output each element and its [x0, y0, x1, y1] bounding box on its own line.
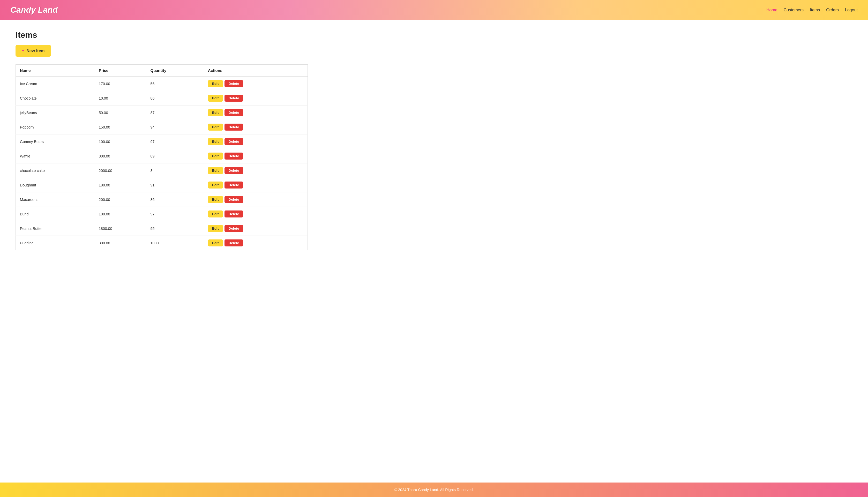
col-header-name: Name	[16, 65, 95, 76]
table-row: Waffle300.0089EditDelete	[16, 149, 308, 164]
item-actions: EditDelete	[204, 221, 308, 236]
delete-button[interactable]: Delete	[225, 182, 243, 188]
plus-icon: +	[22, 48, 24, 54]
table-row: Bundi100.0097EditDelete	[16, 207, 308, 221]
nav-link-orders[interactable]: Orders	[826, 8, 839, 12]
item-actions: EditDelete	[204, 134, 308, 149]
item-price: 100.00	[95, 207, 146, 221]
items-table: NamePriceQuantityActions Ice Cream170.00…	[15, 65, 308, 250]
item-name: Pudding	[16, 236, 95, 250]
item-price: 2000.00	[95, 164, 146, 178]
edit-button[interactable]: Edit	[208, 239, 223, 246]
item-actions: EditDelete	[204, 76, 308, 91]
item-quantity: 86	[146, 193, 203, 207]
item-actions: EditDelete	[204, 236, 308, 250]
item-quantity: 95	[146, 221, 203, 236]
item-name: jellyBeans	[16, 105, 95, 120]
table-row: chocolate cake2000.003EditDelete	[16, 164, 308, 178]
table-body: Ice Cream170.0056EditDeleteChocolate10.0…	[16, 76, 308, 250]
item-name: Bundi	[16, 207, 95, 221]
delete-button[interactable]: Delete	[225, 167, 243, 174]
table-row: Chocolate10.0086EditDelete	[16, 91, 308, 105]
item-quantity: 94	[146, 120, 203, 134]
edit-button[interactable]: Edit	[208, 95, 223, 102]
table-row: Macaroons200.0086EditDelete	[16, 193, 308, 207]
item-quantity: 97	[146, 134, 203, 149]
edit-button[interactable]: Edit	[208, 124, 223, 131]
table-row: Peanut Butter1800.0095EditDelete	[16, 221, 308, 236]
item-actions: EditDelete	[204, 120, 308, 134]
item-price: 180.00	[95, 178, 146, 193]
item-price: 300.00	[95, 236, 146, 250]
item-price: 200.00	[95, 193, 146, 207]
edit-button[interactable]: Edit	[208, 211, 223, 217]
new-item-button[interactable]: + New Item	[15, 45, 51, 57]
nav-link-customers[interactable]: Customers	[784, 8, 803, 12]
delete-button[interactable]: Delete	[225, 109, 243, 116]
item-price: 170.00	[95, 76, 146, 91]
edit-button[interactable]: Edit	[208, 196, 223, 203]
header: Candy Land HomeCustomersItemsOrdersLogou…	[0, 0, 868, 20]
item-quantity: 86	[146, 91, 203, 105]
new-item-label: New Item	[26, 48, 44, 53]
item-price: 150.00	[95, 120, 146, 134]
item-quantity: 91	[146, 178, 203, 193]
header-row: NamePriceQuantityActions	[16, 65, 308, 76]
footer: © 2024 Tharu Candy Land. All Rights Rese…	[0, 483, 868, 497]
col-header-price: Price	[95, 65, 146, 76]
table-row: Pudding300.001000EditDelete	[16, 236, 308, 250]
nav-link-logout[interactable]: Logout	[845, 8, 858, 12]
item-quantity: 89	[146, 149, 203, 164]
col-header-actions: Actions	[204, 65, 308, 76]
delete-button[interactable]: Delete	[225, 95, 243, 102]
delete-button[interactable]: Delete	[225, 239, 243, 246]
item-name: chocolate cake	[16, 164, 95, 178]
col-header-quantity: Quantity	[146, 65, 203, 76]
item-actions: EditDelete	[204, 193, 308, 207]
delete-button[interactable]: Delete	[225, 211, 243, 217]
item-name: Ice Cream	[16, 76, 95, 91]
table-row: Doughnut180.0091EditDelete	[16, 178, 308, 193]
nav-link-items[interactable]: Items	[810, 8, 820, 12]
item-quantity: 1000	[146, 236, 203, 250]
item-actions: EditDelete	[204, 164, 308, 178]
table-header: NamePriceQuantityActions	[16, 65, 308, 76]
item-actions: EditDelete	[204, 91, 308, 105]
footer-text: © 2024 Tharu Candy Land. All Rights Rese…	[394, 488, 473, 492]
item-price: 1800.00	[95, 221, 146, 236]
item-actions: EditDelete	[204, 149, 308, 164]
edit-button[interactable]: Edit	[208, 138, 223, 145]
item-actions: EditDelete	[204, 105, 308, 120]
delete-button[interactable]: Delete	[225, 124, 243, 131]
item-name: Waffle	[16, 149, 95, 164]
item-name: Popcorn	[16, 120, 95, 134]
edit-button[interactable]: Edit	[208, 109, 223, 116]
item-name: Doughnut	[16, 178, 95, 193]
delete-button[interactable]: Delete	[225, 80, 243, 87]
page-title: Items	[15, 30, 853, 40]
table-row: Ice Cream170.0056EditDelete	[16, 76, 308, 91]
item-quantity: 97	[146, 207, 203, 221]
item-quantity: 56	[146, 76, 203, 91]
edit-button[interactable]: Edit	[208, 153, 223, 159]
item-price: 50.00	[95, 105, 146, 120]
item-name: Gummy Bears	[16, 134, 95, 149]
item-price: 100.00	[95, 134, 146, 149]
edit-button[interactable]: Edit	[208, 167, 223, 174]
item-quantity: 87	[146, 105, 203, 120]
edit-button[interactable]: Edit	[208, 225, 223, 232]
edit-button[interactable]: Edit	[208, 182, 223, 188]
delete-button[interactable]: Delete	[225, 138, 243, 145]
item-name: Peanut Butter	[16, 221, 95, 236]
delete-button[interactable]: Delete	[225, 153, 243, 159]
delete-button[interactable]: Delete	[225, 225, 243, 232]
brand-title: Candy Land	[10, 5, 58, 15]
item-name: Macaroons	[16, 193, 95, 207]
item-actions: EditDelete	[204, 178, 308, 193]
nav-link-home[interactable]: Home	[766, 8, 778, 12]
delete-button[interactable]: Delete	[225, 196, 243, 203]
item-quantity: 3	[146, 164, 203, 178]
edit-button[interactable]: Edit	[208, 80, 223, 87]
item-price: 300.00	[95, 149, 146, 164]
table-row: Gummy Bears100.0097EditDelete	[16, 134, 308, 149]
